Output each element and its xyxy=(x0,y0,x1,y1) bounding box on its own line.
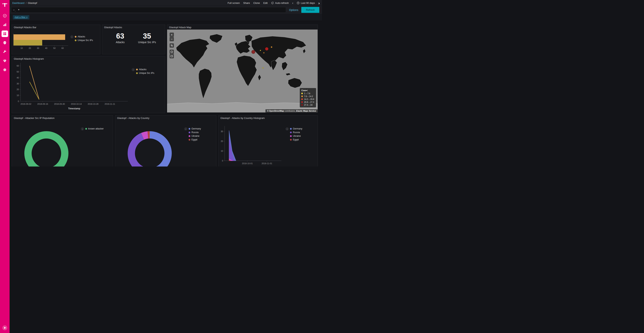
breadcrumb-dashboard-link[interactable]: Dashboard xyxy=(12,2,24,5)
zoom-out-button[interactable]: − xyxy=(170,37,174,41)
sidebar-item-management[interactable] xyxy=(2,67,8,73)
sidebar-item-visualize[interactable] xyxy=(2,22,8,28)
svg-text:Timestamp: Timestamp xyxy=(68,107,80,110)
ip-reputation-donut-chart[interactable] xyxy=(12,120,81,167)
panel-title: Glastopf - Attacker Src IP Reputation xyxy=(12,116,113,120)
clock-icon xyxy=(297,2,300,5)
legend-item[interactable]: Germany xyxy=(188,127,201,130)
query-options-link[interactable]: Options xyxy=(289,9,298,12)
osm-attribution[interactable]: © OpenStreetMap xyxy=(267,110,284,112)
query-bar: >_ * Options Refresh xyxy=(10,6,322,14)
attacks-by-country-area-chart[interactable]: 01020302018-10-012018-11-01Timestamp xyxy=(218,120,286,167)
metric-group: 63 Attacks 35 Unique Src IPs xyxy=(102,30,165,54)
legend-item[interactable]: Germany xyxy=(290,127,302,130)
legend-toggle-icon[interactable]: › xyxy=(184,127,187,130)
query-input[interactable]: >_ * xyxy=(11,7,286,13)
legend-toggle-icon[interactable]: › xyxy=(70,35,74,38)
legend-item[interactable]: Russia xyxy=(188,131,201,134)
svg-text:2018-10-01: 2018-10-01 xyxy=(242,162,252,165)
svg-text:60: 60 xyxy=(17,65,19,67)
legend-item[interactable]: Ukraine xyxy=(290,135,302,137)
legend-label: Germany xyxy=(192,127,201,130)
legend-color-dot xyxy=(188,132,190,133)
svg-text:2018-10-14: 2018-10-14 xyxy=(71,103,82,105)
legend-items: AttacksUnique Src IPs xyxy=(75,35,93,42)
legend-item[interactable]: Ukraine xyxy=(188,135,201,137)
sidebar-item-discover[interactable] xyxy=(2,13,8,19)
legend-item[interactable]: Russia xyxy=(290,131,302,134)
draw-polygon-button[interactable] xyxy=(170,50,174,54)
panel-title: Glastopf Attacks Histogram xyxy=(12,56,165,61)
bar-chart-icon xyxy=(3,23,7,27)
legend-item[interactable]: Egypt xyxy=(188,138,201,141)
map-count-legend: Count 1 – 7.67.6 – 14.214.2 – 20.820.8 –… xyxy=(300,88,316,107)
map-legend-item: 20.8 – 27.4 xyxy=(301,101,314,103)
auto-refresh-button[interactable]: Auto-refresh xyxy=(271,2,289,5)
dashboard-icon xyxy=(3,32,7,36)
legend-item[interactable]: Unique Src IPs xyxy=(136,72,154,74)
map-attribution: © OpenStreetMap contributors, Elastic Ma… xyxy=(266,109,318,112)
attacks-histogram-legend: ›AttacksUnique Src IPs xyxy=(132,61,156,113)
legend-color-dot xyxy=(301,101,303,103)
compass-icon xyxy=(3,14,7,18)
legend-color-dot xyxy=(75,40,76,41)
refresh-cycle-icon xyxy=(271,2,274,5)
t-mobile-logo[interactable] xyxy=(2,2,8,8)
panel-title: Glastopf - Attacks by Country xyxy=(115,116,216,120)
attacks-bar-chart[interactable]: 102030405060 xyxy=(12,30,70,53)
world-map[interactable] xyxy=(167,30,318,112)
attack-map[interactable]: + − xyxy=(167,30,318,112)
global-nav-sidebar xyxy=(0,0,10,167)
attacks-histogram-chart[interactable]: 01020304050602018-09-022018-09-162018-09… xyxy=(12,61,132,112)
top-navigation-bar: Dashboard / Glastopf Full screen Share C… xyxy=(10,0,322,6)
legend-item[interactable]: Attacks xyxy=(136,68,154,71)
legend-toggle-icon[interactable]: › xyxy=(132,68,135,71)
zoom-in-button[interactable]: + xyxy=(170,33,174,37)
legend-item[interactable]: Egypt xyxy=(290,138,302,141)
map-legend-label: 27.4 – 34 xyxy=(304,104,312,106)
svg-text:2018-11-01: 2018-11-01 xyxy=(262,162,272,165)
sidebar-item-monitoring[interactable] xyxy=(2,58,8,64)
time-back-button[interactable]: ‹ xyxy=(292,1,294,5)
map-legend-item: 27.4 – 34 xyxy=(301,104,314,106)
sidebar-item-devtools[interactable] xyxy=(2,49,8,55)
gear-icon xyxy=(3,68,7,72)
map-legend-title: Count xyxy=(301,89,314,92)
sidebar-item-honeypot[interactable] xyxy=(2,40,8,46)
ems-attribution[interactable]: Elastic Maps Service xyxy=(296,110,316,112)
legend-label: Russia xyxy=(192,131,198,134)
svg-text:30: 30 xyxy=(17,83,19,85)
map-legend-item: 1 – 7.6 xyxy=(301,92,314,95)
refresh-button[interactable]: Refresh xyxy=(301,7,319,13)
draw-rectangle-button[interactable] xyxy=(170,54,174,58)
legend-item[interactable]: Attacks xyxy=(75,35,93,38)
legend-color-dot xyxy=(136,69,138,70)
wrench-icon xyxy=(3,50,7,54)
time-range-button[interactable]: Last 90 days xyxy=(297,2,315,5)
attacks-by-country-histogram-legend: ›GermanyRussiaUkraineEgypt xyxy=(286,120,304,167)
legend-item[interactable]: Unique Src IPs xyxy=(75,39,93,42)
add-filter-link[interactable]: Add a filter + xyxy=(13,15,29,19)
ip-reputation-legend: ›known attacker xyxy=(81,120,105,167)
svg-text:10: 10 xyxy=(20,47,23,49)
metric-label: Attacks xyxy=(110,41,131,44)
svg-text:40: 40 xyxy=(17,77,19,79)
fit-data-bounds-button[interactable] xyxy=(170,43,174,48)
legend-item[interactable]: known attacker xyxy=(85,127,104,130)
legend-color-dot xyxy=(301,93,303,94)
edit-button[interactable]: Edit xyxy=(263,2,268,5)
share-button[interactable]: Share xyxy=(243,2,250,5)
time-forward-button[interactable]: › xyxy=(318,1,320,5)
full-screen-button[interactable]: Full screen xyxy=(228,2,240,5)
panel-attacks-histogram: Glastopf Attacks Histogram 0102030405060… xyxy=(12,56,165,113)
sidebar-item-dashboard[interactable] xyxy=(2,31,8,37)
legend-toggle-icon[interactable]: › xyxy=(286,127,289,130)
legend-label: Russia xyxy=(293,131,300,134)
legend-color-dot xyxy=(75,36,76,38)
clone-button[interactable]: Clone xyxy=(254,2,260,5)
legend-toggle-icon[interactable]: › xyxy=(81,127,84,130)
legend-color-dot xyxy=(188,139,190,141)
mask-icon xyxy=(3,41,7,45)
panel-attacks-metric: Glastopf Attacks 63 Attacks 35 Unique Sr… xyxy=(102,25,165,54)
attacks-by-country-donut-chart[interactable] xyxy=(115,120,184,167)
